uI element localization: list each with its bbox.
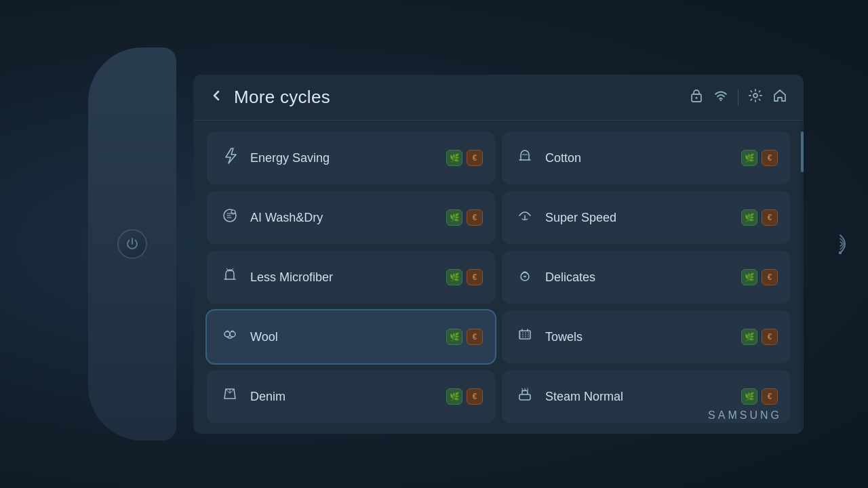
cotton-label: Cotton (545, 151, 732, 165)
steam-normal-icon (514, 385, 536, 408)
badge-orange-5: € (762, 269, 778, 285)
cycle-delicates[interactable]: Delicates 🌿 € (502, 251, 790, 304)
badge-orange-9: € (762, 388, 778, 405)
badge-orange-6: € (467, 329, 483, 345)
cycle-energy-saving[interactable]: Energy Saving 🌿 € (207, 131, 495, 184)
svg-point-3 (720, 100, 722, 101)
svg-rect-14 (519, 394, 530, 400)
badge-green-1: 🌿 (741, 150, 757, 166)
badge-green-4: 🌿 (446, 269, 462, 285)
page-title: More cycles (234, 87, 330, 108)
cycle-wool[interactable]: Wool 🌿 € (207, 310, 495, 363)
badge-orange-4: € (467, 269, 483, 285)
badge-green-3: 🌿 (741, 209, 757, 226)
svg-line-9 (232, 268, 233, 270)
cycle-cotton[interactable]: Cotton 🌿 € (502, 131, 790, 184)
cycle-ai-wash-dry[interactable]: AI AI Wash&Dry 🌿 € (207, 191, 495, 244)
badge-orange-0: € (467, 150, 483, 166)
badge-orange-8: € (467, 388, 483, 405)
header: More cycles (193, 75, 804, 121)
delicates-badges: 🌿 € (741, 269, 778, 285)
badge-green-9: 🌿 (741, 388, 757, 405)
badge-green-2: 🌿 (446, 209, 462, 226)
badge-green-6: 🌿 (446, 329, 462, 345)
less-microfiber-badges: 🌿 € (446, 269, 483, 285)
badge-green-7: 🌿 (741, 329, 757, 345)
delicates-icon (514, 266, 536, 289)
steam-normal-label: Steam Normal (545, 390, 732, 404)
wifi-icon[interactable] (713, 88, 728, 106)
super-speed-badges: 🌿 € (741, 209, 778, 226)
header-right (689, 88, 787, 106)
washer-body (88, 47, 176, 441)
lock-icon[interactable] (689, 88, 704, 106)
cycle-less-microfiber[interactable]: Less Microfiber 🌿 € (207, 251, 495, 304)
ai-wash-dry-icon: AI (219, 206, 241, 229)
cotton-icon (514, 146, 536, 169)
badge-green-5: 🌿 (741, 269, 757, 285)
samsung-logo: SAMSUNG (708, 409, 782, 422)
energy-saving-icon (219, 146, 241, 169)
badge-orange-1: € (762, 150, 778, 166)
badge-orange-2: € (467, 209, 483, 226)
svg-point-2 (696, 97, 698, 99)
settings-icon[interactable] (748, 88, 763, 106)
badge-orange-7: € (762, 329, 778, 345)
cycle-denim[interactable]: Denim 🌿 € (207, 370, 495, 423)
back-button[interactable] (210, 89, 223, 106)
delicates-label: Delicates (545, 270, 732, 285)
cotton-badges: 🌿 € (741, 150, 778, 166)
right-edge (833, 234, 848, 254)
steam-normal-badges: 🌿 € (741, 388, 778, 405)
content-area: Energy Saving 🌿 € Cotton 🌿 (193, 121, 804, 434)
home-icon[interactable] (772, 88, 787, 106)
power-button[interactable] (117, 229, 147, 259)
scrollbar[interactable] (801, 121, 804, 434)
cycles-grid: Energy Saving 🌿 € Cotton 🌿 (193, 121, 801, 434)
svg-point-12 (230, 331, 235, 337)
cycle-towels[interactable]: Towels 🌿 € (502, 310, 790, 363)
denim-label: Denim (250, 390, 437, 404)
ai-wash-dry-badges: 🌿 € (446, 209, 483, 226)
svg-rect-0 (839, 251, 842, 254)
ai-wash-dry-label: AI Wash&Dry (250, 211, 437, 225)
towels-icon (514, 325, 536, 348)
super-speed-label: Super Speed (545, 211, 732, 225)
svg-line-8 (226, 268, 228, 270)
wool-badges: 🌿 € (446, 329, 483, 345)
main-panel: More cycles (193, 75, 804, 434)
wool-icon (219, 325, 241, 348)
svg-text:AI: AI (232, 211, 235, 215)
badge-orange-3: € (762, 209, 778, 226)
denim-badges: 🌿 € (446, 388, 483, 405)
cycle-super-speed[interactable]: Super Speed 🌿 € (502, 191, 790, 244)
scroll-thumb[interactable] (801, 131, 804, 172)
badge-green-0: 🌿 (446, 150, 462, 166)
denim-icon (219, 385, 241, 408)
less-microfiber-icon (219, 266, 241, 289)
energy-saving-label: Energy Saving (250, 151, 437, 165)
header-divider (738, 89, 738, 106)
badge-green-8: 🌿 (446, 388, 462, 405)
svg-point-4 (753, 94, 757, 98)
towels-badges: 🌿 € (741, 329, 778, 345)
super-speed-icon (514, 206, 536, 229)
wool-label: Wool (250, 330, 437, 344)
less-microfiber-label: Less Microfiber (250, 270, 437, 285)
svg-point-11 (224, 331, 230, 337)
towels-label: Towels (545, 330, 732, 344)
energy-saving-badges: 🌿 € (446, 150, 483, 166)
header-left: More cycles (210, 87, 330, 108)
